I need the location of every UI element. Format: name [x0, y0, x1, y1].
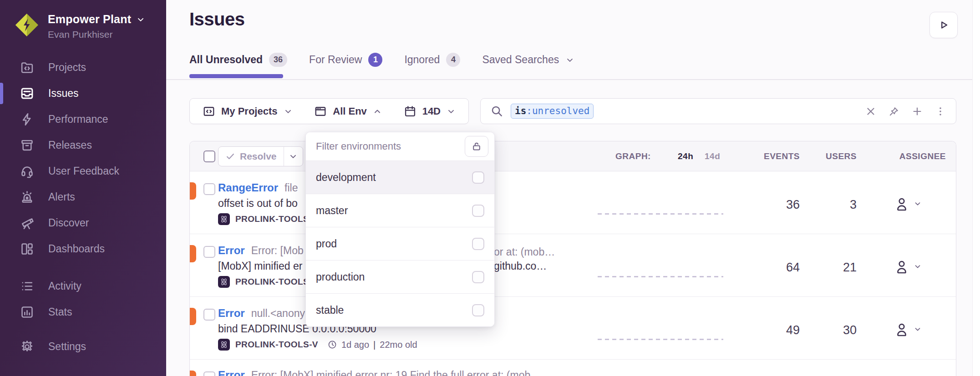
resolve-button[interactable]: Resolve: [218, 146, 303, 166]
replay-play-button[interactable]: [929, 12, 958, 38]
env-option-master[interactable]: master: [306, 194, 494, 227]
issue-title-link[interactable]: Error: [218, 307, 245, 320]
column-users: USERS: [813, 141, 857, 171]
tab-count-badge: 1: [368, 53, 382, 67]
search-actions: [865, 106, 946, 117]
select-all-checkbox[interactable]: [203, 150, 215, 162]
issue-subtitle: offset is out of bo: [218, 197, 298, 210]
issue-row[interactable]: Error Error: [Mob or at: (mob… [MobX] mi…: [190, 234, 956, 297]
check-icon: [225, 151, 235, 161]
issue-title-link[interactable]: Error: [218, 369, 245, 376]
issue-subtitle-continued: github.co…: [494, 260, 547, 272]
issue-sparkline: [598, 213, 723, 215]
tab-saved-searches[interactable]: Saved Searches: [482, 54, 574, 66]
row-checkbox[interactable]: [203, 309, 215, 321]
row-checkbox[interactable]: [203, 183, 215, 195]
resolve-dropdown-caret[interactable]: [284, 147, 303, 166]
tab-ignored[interactable]: Ignored 4: [404, 53, 460, 67]
issue-title-link[interactable]: Error: [218, 244, 245, 257]
chevron-down-icon: [289, 152, 298, 161]
sidebar-item-label: Performance: [48, 113, 108, 125]
chevron-down-icon: [914, 262, 922, 271]
events-count: 49: [745, 323, 800, 337]
nav-spacer: [0, 262, 166, 273]
sidebar-item-projects[interactable]: Projects: [0, 55, 166, 80]
assignee-selector[interactable]: [879, 259, 936, 274]
tab-all-unresolved[interactable]: All Unresolved 36: [189, 53, 287, 67]
column-graph: GRAPH:: [615, 141, 651, 171]
settings-icon: [20, 340, 34, 354]
sidebar-item-performance[interactable]: Performance: [0, 106, 166, 132]
tab-count-badge: 36: [269, 53, 287, 67]
issue-row[interactable]: RangeError file offset is out of bo PROL…: [190, 171, 956, 234]
error-level-bar: [190, 308, 196, 325]
env-option-checkbox[interactable]: [472, 205, 484, 217]
tab-label: For Review: [309, 54, 362, 66]
row-checkbox[interactable]: [203, 246, 215, 258]
env-option-production[interactable]: production: [306, 260, 494, 293]
sidebar-item-label: User Feedback: [48, 165, 119, 177]
env-option-prod[interactable]: prod: [306, 227, 494, 260]
chevron-up-icon: [373, 107, 382, 116]
sidebar-item-label: Projects: [48, 61, 86, 74]
environment-dropdown: Filter environments development master p…: [305, 132, 495, 327]
row-checkbox[interactable]: [203, 371, 215, 376]
sidebar-item-dashboards[interactable]: Dashboards: [0, 236, 166, 262]
issue-age: 1d ago | 22mo old: [327, 340, 417, 350]
graph-period-14d[interactable]: 14d: [705, 141, 720, 171]
tab-label: Saved Searches: [482, 54, 559, 66]
sidebar-item-settings[interactable]: Settings: [0, 334, 166, 360]
sidebar-item-releases[interactable]: Releases: [0, 132, 166, 158]
assignee-selector[interactable]: [879, 196, 936, 211]
kebab-menu-icon[interactable]: [935, 106, 946, 117]
active-tab-underline: [189, 74, 283, 78]
issues-icon: [20, 86, 34, 100]
project-filter[interactable]: My Projects: [193, 99, 303, 124]
resolve-label: Resolve: [240, 151, 277, 162]
date-range-filter[interactable]: 14D: [394, 99, 466, 124]
close-icon[interactable]: [865, 106, 876, 117]
env-option-checkbox[interactable]: [472, 304, 484, 316]
active-indicator: [0, 83, 3, 104]
env-option-checkbox[interactable]: [472, 271, 484, 283]
issue-row[interactable]: Error null.<anony bind EADDRINUSE 0.0.0.…: [190, 297, 956, 360]
discover-icon: [20, 216, 34, 230]
sidebar-item-issues[interactable]: Issues: [0, 80, 166, 106]
sidebar-item-alerts[interactable]: Alerts: [0, 184, 166, 210]
plus-icon[interactable]: [912, 106, 923, 117]
issue-title-link[interactable]: RangeError: [218, 181, 278, 194]
env-option-stable[interactable]: stable: [306, 293, 494, 326]
assignee-selector[interactable]: [879, 321, 936, 337]
chevron-down-icon: [447, 107, 456, 116]
sidebar-item-user-feedback[interactable]: User Feedback: [0, 158, 166, 184]
sidebar-item-label: Issues: [48, 87, 78, 100]
pin-filter-button[interactable]: [465, 136, 488, 157]
resolve-button-main[interactable]: Resolve: [218, 147, 284, 166]
env-option-checkbox[interactable]: [472, 171, 484, 184]
issue-search-input[interactable]: is:unresolved: [480, 98, 956, 124]
tab-label: All Unresolved: [189, 54, 263, 66]
graph-period-24h[interactable]: 24h: [678, 141, 693, 171]
pin-icon[interactable]: [889, 106, 899, 117]
user-icon: [894, 196, 909, 211]
issue-tabs: All Unresolved 36 For Review 1 Ignored 4…: [189, 53, 574, 67]
electron-project-icon: [218, 276, 230, 288]
org-switcher[interactable]: Empower Plant Evan Purkhiser: [14, 12, 145, 40]
sidebar-item-activity[interactable]: Activity: [0, 273, 166, 299]
search-token-is-unresolved[interactable]: is:unresolved: [511, 104, 594, 119]
environment-filter[interactable]: All Env: [304, 99, 392, 124]
events-count: 36: [745, 198, 800, 212]
column-assignee: ASSIGNEE: [873, 141, 946, 171]
date-range-label: 14D: [422, 105, 441, 117]
sidebar-item-label: Settings: [48, 341, 86, 353]
age-separator: |: [373, 340, 376, 350]
env-option-development[interactable]: development: [306, 160, 494, 194]
page-scrollbar[interactable]: [972, 0, 980, 376]
user-feedback-icon: [20, 164, 34, 178]
env-option-checkbox[interactable]: [472, 238, 484, 250]
sidebar-item-stats[interactable]: Stats: [0, 299, 166, 325]
issue-row[interactable]: Error Error: [MobX] minified error nr: 1…: [190, 360, 956, 376]
issues-table: Resolve GRAPH: 24h 14d EVENTS USERS ASSI…: [189, 141, 956, 376]
tab-for-review[interactable]: For Review 1: [309, 53, 382, 67]
sidebar-item-discover[interactable]: Discover: [0, 210, 166, 236]
